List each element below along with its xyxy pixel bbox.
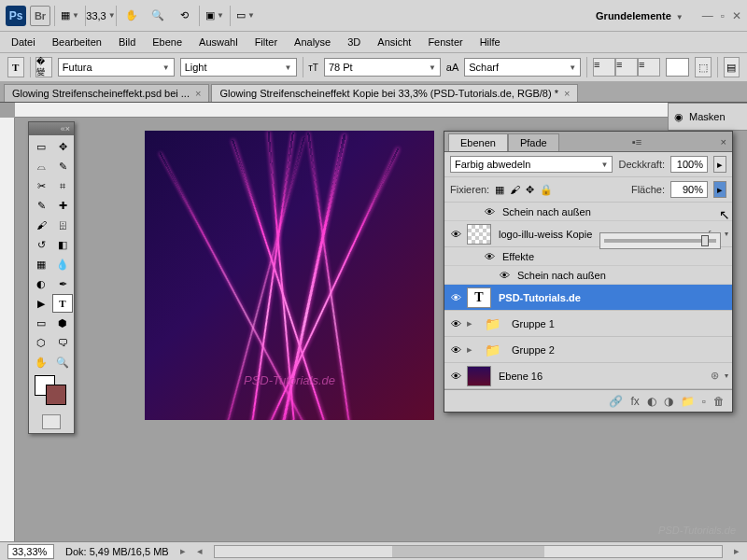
- history-brush-tool[interactable]: ↺: [31, 235, 51, 254]
- new-group-icon[interactable]: 📁: [681, 395, 695, 408]
- layer-thumb[interactable]: [467, 366, 491, 386]
- smart-filter-icon[interactable]: ⊛: [711, 370, 719, 382]
- visibility-toggle[interactable]: 👁: [448, 292, 463, 303]
- menu-analyse[interactable]: Analyse: [287, 34, 338, 50]
- layer-name[interactable]: PSD-Tutorials.de: [495, 292, 728, 303]
- 3d-tool[interactable]: ⬢: [52, 314, 73, 332]
- align-right-button[interactable]: ≡: [638, 58, 660, 77]
- layer-thumb[interactable]: [467, 224, 491, 245]
- menu-fenster[interactable]: Fenster: [420, 34, 470, 50]
- layer-thumb[interactable]: T: [467, 287, 491, 308]
- close-tab-icon[interactable]: ×: [564, 88, 570, 99]
- zoom-tool[interactable]: 🔍: [52, 353, 73, 371]
- visibility-toggle[interactable]: 👁: [482, 251, 497, 262]
- panel-menu-icon[interactable]: ▪≡: [627, 133, 647, 151]
- warp-text-button[interactable]: ⬚: [695, 57, 712, 77]
- visibility-toggle[interactable]: 👁: [448, 371, 463, 382]
- tab-ebenen[interactable]: Ebenen: [448, 133, 508, 151]
- marquee-tool[interactable]: ▭: [31, 137, 51, 156]
- quick-mask-button[interactable]: [42, 414, 61, 429]
- quick-select-tool[interactable]: ✎: [52, 157, 73, 175]
- layer-name[interactable]: Gruppe 2: [508, 344, 728, 356]
- pen-tool[interactable]: ✒: [52, 274, 73, 293]
- layer-row[interactable]: 👁 ▸ 📁 Gruppe 1: [444, 311, 732, 337]
- menu-ebene[interactable]: Ebene: [145, 34, 190, 50]
- opacity-arrow[interactable]: ▸: [713, 156, 726, 173]
- visibility-toggle[interactable]: 👁: [448, 344, 463, 356]
- new-layer-icon[interactable]: ▫: [702, 395, 706, 408]
- layer-row[interactable]: 👁 ▸ 📁 Gruppe 2: [444, 337, 732, 363]
- layer-style-icon[interactable]: fx: [630, 395, 639, 408]
- menu-auswahl[interactable]: Auswahl: [191, 34, 246, 50]
- move-tool[interactable]: ✥: [52, 137, 73, 156]
- font-size-combo[interactable]: ▼: [324, 58, 441, 77]
- ruler-vertical[interactable]: [0, 118, 15, 541]
- lasso-tool[interactable]: ⌓: [31, 157, 51, 175]
- antialias-combo[interactable]: ▼: [464, 58, 581, 77]
- doc-size-label[interactable]: Dok: 5,49 MB/16,5 MB: [65, 546, 169, 557]
- visibility-toggle[interactable]: 👁: [482, 206, 497, 217]
- panel-close-icon[interactable]: ×: [715, 133, 732, 151]
- screen-mode-icon[interactable]: ▣▼: [204, 5, 226, 27]
- layer-name[interactable]: Gruppe 1: [508, 318, 728, 329]
- opacity-input[interactable]: [670, 156, 708, 173]
- eraser-tool[interactable]: ◧: [52, 235, 73, 254]
- fill-slider-popup[interactable]: [599, 232, 721, 249]
- arrange-icon[interactable]: ▭▼: [234, 5, 257, 27]
- brush-tool[interactable]: 🖌: [31, 216, 51, 234]
- crop-tool[interactable]: ✂: [31, 176, 51, 195]
- layer-row[interactable]: 👁 Ebene 16 ⊛▾: [444, 363, 732, 389]
- hand-tool[interactable]: ✋: [31, 353, 51, 371]
- 3d-camera-tool[interactable]: ⬡: [31, 333, 51, 352]
- menu-datei[interactable]: Datei: [4, 34, 43, 50]
- maximize-icon[interactable]: ▫: [721, 9, 725, 22]
- tab-pfade[interactable]: Pfade: [508, 133, 559, 151]
- minimize-icon[interactable]: —: [702, 9, 713, 22]
- eyedropper-tool[interactable]: ✎: [31, 196, 51, 215]
- path-select-tool[interactable]: ▶: [31, 294, 51, 313]
- stamp-tool[interactable]: ⌹: [52, 216, 73, 234]
- layer-mask-icon[interactable]: ◐: [647, 395, 656, 408]
- horizontal-scrollbar[interactable]: [214, 545, 723, 558]
- blend-mode-select[interactable]: Farbig abwedeln▼: [450, 156, 613, 173]
- delete-layer-icon[interactable]: 🗑: [713, 395, 725, 408]
- lock-transparent-icon[interactable]: ▦: [495, 184, 504, 196]
- lock-all-icon[interactable]: 🔒: [540, 184, 553, 196]
- slice-tool[interactable]: ⌗: [52, 176, 73, 195]
- healing-tool[interactable]: ✚: [52, 196, 73, 215]
- blur-tool[interactable]: 💧: [52, 255, 73, 273]
- layer-name[interactable]: Ebene 16: [495, 371, 707, 382]
- link-layers-icon[interactable]: 🔗: [609, 395, 623, 408]
- document-tab-2[interactable]: Glowing Streifenscheineffekt Kopie bei 3…: [211, 84, 578, 102]
- orientation-toggle[interactable]: �變: [35, 57, 52, 77]
- zoom-icon[interactable]: 🔍: [147, 5, 169, 27]
- fill-arrow[interactable]: ▸: [713, 181, 726, 198]
- fill-input[interactable]: [670, 181, 708, 198]
- rotate-icon[interactable]: ⟲: [173, 5, 195, 27]
- menu-bild[interactable]: Bild: [111, 34, 143, 50]
- menu-filter[interactable]: Filter: [247, 34, 285, 50]
- character-panel-button[interactable]: ▤: [724, 57, 740, 77]
- close-icon[interactable]: ✕: [732, 9, 741, 22]
- menu-3d[interactable]: 3D: [340, 34, 368, 50]
- align-center-button[interactable]: ≡: [615, 58, 638, 77]
- menu-bearbeiten[interactable]: Bearbeiten: [45, 34, 109, 50]
- hand-icon[interactable]: ✋: [120, 5, 143, 27]
- layout-icon[interactable]: ▦▼: [59, 5, 81, 27]
- visibility-toggle[interactable]: 👁: [497, 270, 512, 281]
- lock-position-icon[interactable]: ✥: [526, 184, 534, 196]
- align-left-button[interactable]: ≡: [593, 58, 615, 77]
- visibility-toggle[interactable]: 👁: [448, 318, 463, 329]
- layer-row-selected[interactable]: 👁 T PSD-Tutorials.de: [444, 285, 732, 311]
- menu-ansicht[interactable]: Ansicht: [370, 34, 418, 50]
- gradient-tool[interactable]: ▦: [31, 255, 51, 273]
- background-color[interactable]: [46, 385, 66, 405]
- adjustment-layer-icon[interactable]: ◑: [664, 395, 673, 408]
- font-family-combo[interactable]: ▼: [58, 58, 175, 77]
- visibility-toggle[interactable]: 👁: [448, 229, 463, 240]
- masks-panel[interactable]: ◉ Masken: [668, 103, 747, 131]
- lock-pixels-icon[interactable]: 🖌: [510, 184, 520, 195]
- type-tool[interactable]: T: [52, 294, 73, 313]
- shape-tool[interactable]: ▭: [31, 314, 51, 332]
- close-tab-icon[interactable]: ×: [195, 88, 201, 99]
